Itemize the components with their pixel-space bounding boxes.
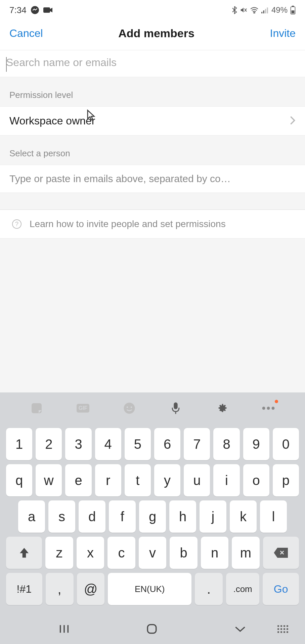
key-o[interactable]: o [243, 464, 269, 496]
key-u[interactable]: u [184, 464, 210, 496]
key-shift[interactable] [6, 537, 42, 569]
svg-rect-8 [267, 7, 268, 13]
nav-recent-button[interactable] [58, 623, 70, 635]
key-v[interactable]: v [139, 537, 167, 569]
key-5[interactable]: 5 [125, 428, 151, 460]
key-1[interactable]: 1 [6, 428, 32, 460]
key-8[interactable]: 8 [213, 428, 239, 460]
signal-icon [261, 7, 269, 13]
nav-keyboard-toggle-icon[interactable] [277, 625, 288, 633]
svg-rect-5 [261, 12, 262, 13]
key-y[interactable]: y [154, 464, 180, 496]
mute-icon [240, 6, 247, 14]
status-time: 7:34 [9, 5, 27, 15]
svg-point-13 [124, 403, 135, 414]
svg-point-4 [254, 12, 255, 13]
key-b[interactable]: b [170, 537, 198, 569]
messenger-icon [31, 6, 39, 14]
cancel-button[interactable]: Cancel [9, 27, 43, 40]
content-spacer [0, 238, 305, 392]
svg-point-19 [267, 407, 270, 410]
select-person-label: Select a person [0, 136, 305, 165]
search-row [0, 50, 305, 77]
svg-point-18 [262, 407, 265, 410]
svg-point-15 [131, 407, 132, 408]
keyboard-row-numbers: 1 2 3 4 5 6 7 8 9 0 [0, 426, 305, 462]
backspace-icon: ✕ [274, 548, 288, 558]
status-bar: 7:34 49% [0, 0, 305, 20]
key-t[interactable]: t [125, 464, 151, 496]
key-backspace[interactable]: ✕ [263, 537, 299, 569]
key-d[interactable]: d [79, 500, 105, 533]
key-p[interactable]: p [273, 464, 299, 496]
key-z[interactable]: z [45, 537, 73, 569]
nav-home-button[interactable] [146, 623, 158, 635]
svg-point-14 [127, 407, 128, 408]
key-f[interactable]: f [109, 500, 136, 533]
key-2[interactable]: 2 [36, 428, 62, 460]
svg-rect-11 [292, 10, 295, 13]
key-m[interactable]: m [232, 537, 260, 569]
help-icon: ? [12, 219, 21, 229]
emoji-icon[interactable] [122, 400, 137, 416]
key-x[interactable]: x [77, 537, 104, 569]
key-l[interactable]: l [260, 500, 287, 533]
nav-back-button[interactable] [234, 625, 247, 633]
key-g[interactable]: g [139, 500, 166, 533]
key-c[interactable]: c [107, 537, 135, 569]
key-0[interactable]: 0 [273, 428, 299, 460]
key-3[interactable]: 3 [65, 428, 91, 460]
key-r[interactable]: r [95, 464, 121, 496]
key-w[interactable]: w [36, 464, 62, 496]
key-at[interactable]: @ [77, 573, 105, 605]
svg-rect-6 [263, 10, 264, 13]
key-j[interactable]: j [200, 500, 226, 533]
key-9[interactable]: 9 [243, 428, 269, 460]
permission-level-row[interactable]: Workspace owner [0, 106, 305, 136]
mic-icon[interactable] [168, 400, 183, 416]
key-dotcom[interactable]: .com [226, 573, 259, 605]
key-symbols[interactable]: !#1 [6, 573, 42, 605]
svg-rect-1 [43, 7, 50, 13]
svg-rect-16 [174, 402, 177, 409]
key-a[interactable]: a [18, 500, 45, 533]
wifi-icon [250, 7, 259, 13]
key-space[interactable]: EN(UK) [108, 573, 191, 605]
status-right: 49% [232, 5, 296, 15]
status-left: 7:34 [9, 5, 53, 15]
key-comma[interactable]: , [46, 573, 74, 605]
sticker-icon[interactable] [29, 400, 44, 416]
key-q[interactable]: q [6, 464, 32, 496]
key-period[interactable]: . [195, 573, 223, 605]
settings-gear-icon[interactable] [214, 400, 230, 416]
key-6[interactable]: 6 [154, 428, 180, 460]
key-h[interactable]: h [169, 500, 196, 533]
key-e[interactable]: e [65, 464, 91, 496]
gif-icon[interactable]: GIF [75, 400, 91, 416]
key-s[interactable]: s [48, 500, 75, 533]
system-nav-bar [0, 614, 305, 644]
key-7[interactable]: 7 [184, 428, 210, 460]
search-input[interactable] [6, 56, 299, 69]
permission-value: Workspace owner [9, 115, 95, 127]
more-icon[interactable] [261, 400, 276, 416]
key-i[interactable]: i [213, 464, 239, 496]
notification-dot-icon [275, 400, 278, 403]
learn-more-row[interactable]: ? Learn how to invite people and set per… [0, 210, 305, 238]
key-go[interactable]: Go [263, 573, 299, 605]
chevron-right-icon [290, 116, 296, 126]
battery-icon [290, 6, 296, 14]
keyboard-row-asdf: a s d f g h j k l [0, 498, 305, 535]
key-4[interactable]: 4 [95, 428, 121, 460]
svg-rect-7 [265, 9, 266, 13]
key-n[interactable]: n [201, 537, 229, 569]
select-person-hint: Type or paste in emails above, separated… [0, 165, 305, 193]
keyboard-row-zxcv: z x c v b n m ✕ [0, 535, 305, 571]
key-k[interactable]: k [230, 500, 257, 533]
invite-button[interactable]: Invite [270, 27, 296, 40]
on-screen-keyboard: GIF 1 2 3 4 5 6 7 8 9 0 q w e r t y u [0, 392, 305, 614]
learn-text: Learn how to invite people and set permi… [30, 219, 226, 229]
keyboard-row-bottom: !#1 , @ EN(UK) . .com Go [0, 571, 305, 607]
svg-rect-24 [147, 625, 156, 633]
keyboard-toolbar: GIF [0, 392, 305, 426]
